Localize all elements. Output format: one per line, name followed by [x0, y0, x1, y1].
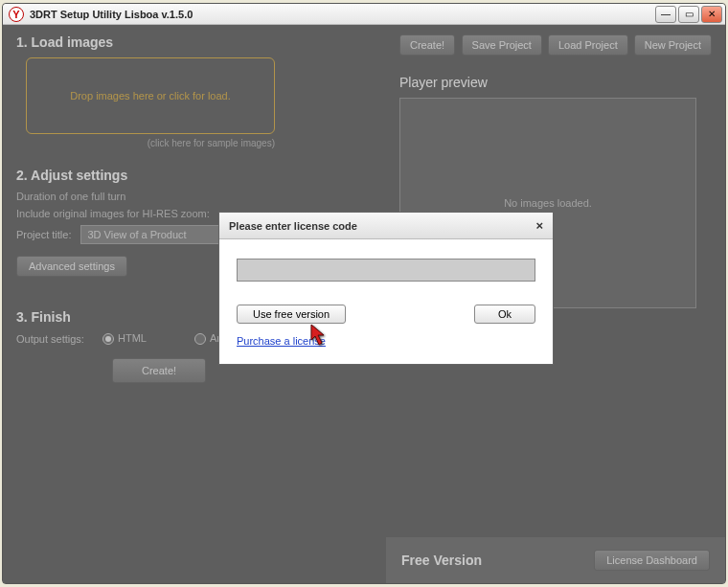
license-modal: Please enter license code × Use free ver… — [218, 212, 554, 365]
license-code-input[interactable] — [237, 259, 535, 282]
use-free-version-button[interactable]: Use free version — [237, 305, 346, 324]
modal-body: Use free version Ok Purchase a license — [219, 239, 553, 364]
window-title: 3DRT Setup Utility Lisboa v.1.5.0 — [30, 9, 193, 20]
close-button[interactable]: ✕ — [701, 6, 722, 23]
ok-button[interactable]: Ok — [474, 305, 535, 324]
maximize-button[interactable]: ▭ — [678, 6, 699, 23]
modal-close-icon[interactable]: × — [535, 218, 543, 233]
modal-title-text: Please enter license code — [229, 220, 357, 232]
modal-button-row: Use free version Ok — [237, 305, 535, 324]
minimize-button[interactable]: — — [655, 6, 676, 23]
window-controls: — ▭ ✕ — [655, 6, 722, 23]
app-icon — [9, 7, 24, 22]
purchase-license-link[interactable]: Purchase a license — [237, 335, 326, 347]
modal-titlebar[interactable]: Please enter license code × — [219, 213, 553, 239]
titlebar[interactable]: 3DRT Setup Utility Lisboa v.1.5.0 — ▭ ✕ — [3, 4, 725, 25]
